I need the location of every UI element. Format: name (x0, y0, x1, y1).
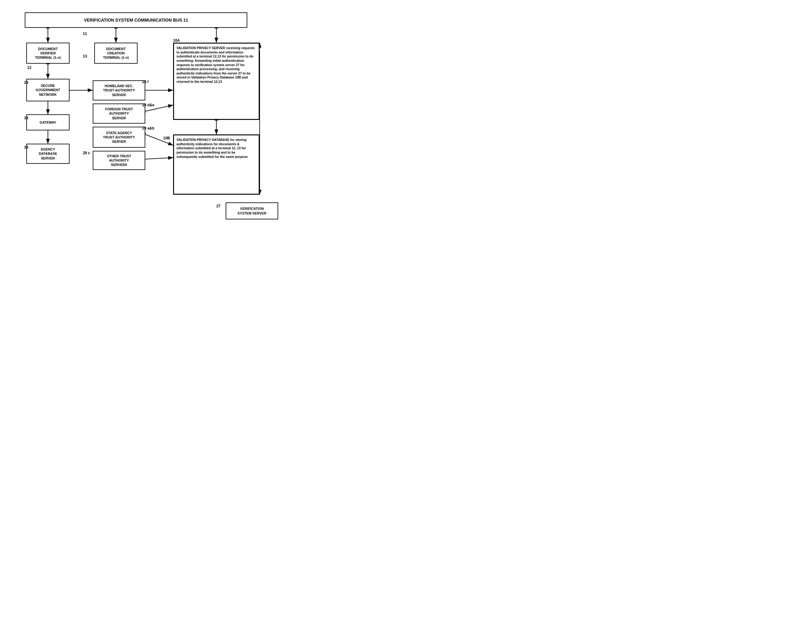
validation-privacy-db-box: VALIDATION PRIVACY DATABASE for storing … (173, 134, 259, 195)
other-trust-label: OTHER TRUST AUTHORITY SERVERS (107, 154, 131, 167)
doc-creation-label: DOCUMENT CREATION TERMINAL (1-n) (103, 47, 129, 60)
secure-gov-box: SECURE GOVERNMENT NETWORK (26, 79, 70, 101)
state-agency-label: STATE AGENCY TRUST AUTHORITY SERVER (103, 131, 135, 144)
verification-server-label: VERIFICATION SYSTEM SERVER (237, 206, 266, 215)
gateway-label: GATEWAY (40, 120, 56, 125)
homeland-sec-box: HOMELAND SEC. TRUST AUTHORITY SERVER (93, 80, 145, 101)
foreign-trust-label: FOREIGN TRUST AUTHORITY SERVER (105, 107, 133, 120)
ref-39: 39 (24, 145, 28, 150)
comm-bus-label: VERIFICATION SYSTEM COMMUNICATION BUS 11 (84, 18, 188, 23)
doc-creation-box: DOCUMENT CREATION TERMINAL (1-n) (94, 43, 137, 64)
state-agency-box: STATE AGENCY TRUST AUTHORITY SERVER (93, 127, 145, 148)
validation-privacy-server-box: VALIDATION PRIVACY SERVER receiving requ… (173, 43, 259, 120)
ref-28ab: 28 a&b (142, 126, 154, 130)
foreign-trust-box: FOREIGN TRUST AUTHORITY SERVER (93, 104, 145, 124)
secure-gov-label: SECURE GOVERNMENT NETWORK (36, 84, 60, 97)
ref-29: 29 (24, 80, 28, 85)
doc-verifier-box: DOCUMENT VERIFIER TERMINAL (1-n) (26, 43, 70, 64)
verification-server-box: VERIFICATION SYSTEM SERVER (226, 202, 278, 220)
diagram: VERIFICATION SYSTEM COMMUNICATION BUS 11… (6, 6, 272, 235)
homeland-sec-label: HOMELAND SEC. TRUST AUTHORITY SERVER (103, 84, 135, 97)
ref-10a: 10A (173, 38, 180, 43)
validation-privacy-server-label: VALIDATION PRIVACY SERVER receiving requ… (177, 46, 256, 84)
validation-privacy-db-label: VALIDATION PRIVACY DATABASE for storing … (177, 138, 256, 159)
ref-27: 27 (216, 204, 220, 208)
ref-28de: 28 d&e (142, 103, 154, 107)
comm-bus: VERIFICATION SYSTEM COMMUNICATION BUS 11 (25, 12, 247, 28)
agency-db-box: AGENCY DATABASE SERVER (26, 144, 70, 164)
ref-28c: 28 c (83, 151, 90, 155)
ref-12: 12 (27, 66, 31, 70)
svg-line-12 (145, 157, 173, 159)
ref-10b: 10B (163, 136, 170, 140)
doc-verifier-label: DOCUMENT VERIFIER TERMINAL (1-n) (35, 47, 61, 60)
ref-13: 13 (83, 54, 87, 58)
ref-11: 11 (83, 32, 87, 36)
gateway-box: GATEWAY (26, 114, 70, 130)
other-trust-box: OTHER TRUST AUTHORITY SERVERS (93, 151, 145, 170)
ref-28f: 28 f (142, 80, 149, 84)
agency-db-label: AGENCY DATABASE SERVER (39, 147, 57, 160)
ref-38: 38 (24, 116, 28, 120)
